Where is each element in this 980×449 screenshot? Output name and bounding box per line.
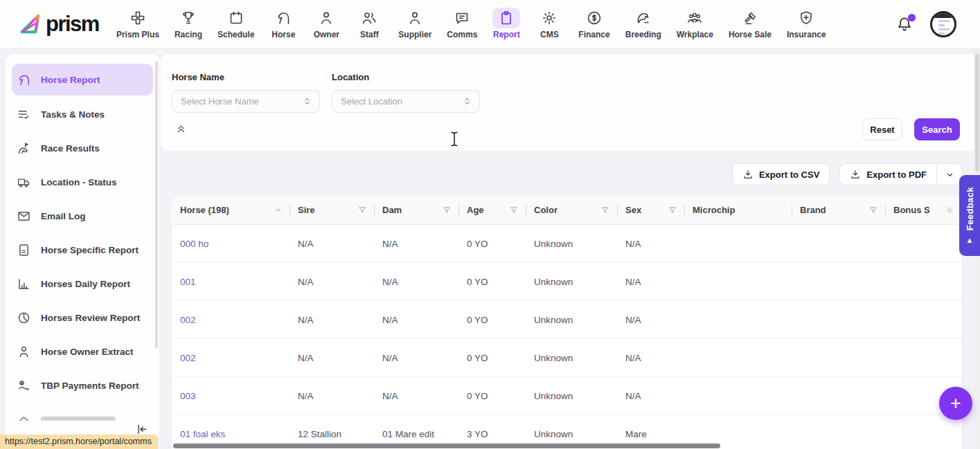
export-csv-button[interactable]: Export to CSV	[732, 163, 830, 185]
trophy-icon	[175, 8, 202, 28]
add-fab-button[interactable]: +	[939, 387, 972, 420]
column-header-color[interactable]: Color	[526, 196, 617, 224]
topbar-right	[896, 11, 980, 37]
horse-name-select[interactable]: Select Horse Name	[172, 90, 320, 113]
nav-item-prism-plus[interactable]: Prism Plus	[110, 5, 166, 44]
feedback-tab[interactable]: Feedback ▲	[959, 175, 980, 256]
location-placeholder: Select Location	[341, 96, 402, 107]
filter-panel: Horse Name Select Horse Name Location Se…	[161, 54, 980, 151]
bar-chart-icon	[17, 277, 31, 291]
chevron-up-icon	[17, 412, 31, 421]
shield-plus-icon	[792, 8, 820, 28]
nav-item-supplier[interactable]: Supplier	[392, 5, 438, 44]
table-row[interactable]: 002 N/A N/A 0 YO Unknown N/A	[172, 339, 961, 377]
filter-funnel-icon[interactable]	[357, 205, 367, 215]
nav-item-horse-sale[interactable]: Horse Sale	[722, 5, 778, 44]
gavel-icon	[736, 8, 764, 28]
download-icon	[742, 169, 754, 180]
sidebar-item-horse-specific-report[interactable]: Horse Specific Report	[6, 233, 159, 267]
sidebar-item-horses-review-report[interactable]: Horses Review Report	[6, 301, 159, 335]
table-row[interactable]: 003 N/A N/A 0 YO Unknown N/A	[172, 377, 961, 415]
column-settings-gear-icon[interactable]	[945, 205, 954, 215]
nav-item-horse[interactable]: Horse	[263, 5, 303, 44]
horse-link[interactable]: 002	[172, 339, 289, 376]
person-icon	[17, 345, 31, 359]
envelope-icon	[17, 209, 31, 223]
sidebar-item-email-log[interactable]: Email Log	[6, 199, 159, 233]
nav-item-breeding[interactable]: Breeding	[619, 5, 668, 44]
sidebar-item-race-results[interactable]: Race Results	[6, 131, 159, 165]
nav-item-staff[interactable]: Staff	[349, 5, 389, 44]
export-pdf-button[interactable]: Export to PDF	[839, 163, 936, 185]
collapse-filters-icon[interactable]	[176, 124, 186, 134]
table-header-row: Horse (198) Sire Dam Age Color Sex Micro…	[172, 196, 961, 225]
document-icon	[17, 243, 31, 257]
dollar-circle-icon	[580, 8, 608, 28]
top-navigation-bar: prism Prism Plus Racing Schedule Horse O…	[0, 0, 980, 48]
filter-funnel-icon[interactable]	[442, 205, 452, 215]
nav-item-insurance[interactable]: Insurance	[781, 5, 832, 44]
nav-item-finance[interactable]: Finance	[572, 5, 616, 44]
updown-chevron-icon	[302, 96, 312, 107]
column-header-bonus[interactable]: Bonus S	[885, 196, 961, 224]
medical-plus-icon	[124, 8, 152, 28]
sidebar-item-truncated[interactable]	[6, 403, 159, 421]
sidebar-scrollbar-thumb[interactable]	[155, 61, 158, 348]
column-header-sex[interactable]: Sex	[617, 196, 684, 224]
horses-table: Horse (198) Sire Dam Age Color Sex Micro…	[172, 196, 961, 449]
filter-funnel-icon[interactable]	[868, 205, 878, 215]
column-header-brand[interactable]: Brand	[792, 196, 885, 224]
sidebar-item-tbp-payments-report[interactable]: TBP Payments Report	[6, 369, 159, 403]
sidebar-item-horse-owner-extract[interactable]: Horse Owner Extract	[6, 335, 159, 369]
horse-icon	[630, 8, 657, 28]
nav-item-wrkplace[interactable]: Wrkplace	[670, 5, 720, 44]
race-horse-icon	[17, 141, 31, 156]
horse-link[interactable]: 002	[172, 301, 289, 338]
sidebar-item-horses-daily-report[interactable]: Horses Daily Report	[6, 267, 159, 301]
location-select[interactable]: Select Location	[332, 90, 480, 113]
sidebar-item-horse-report[interactable]: Horse Report	[12, 64, 153, 95]
person-icon	[312, 8, 340, 28]
column-header-sire[interactable]: Sire	[289, 196, 374, 224]
column-header-age[interactable]: Age	[458, 196, 526, 224]
sidebar-item-tasks-notes[interactable]: Tasks & Notes	[6, 98, 159, 131]
download-icon	[850, 169, 861, 180]
filter-funnel-icon[interactable]	[600, 205, 610, 215]
table-row[interactable]: 001 N/A N/A 0 YO Unknown N/A	[172, 263, 961, 301]
sidebar-item-location-status[interactable]: Location - Status	[6, 165, 159, 199]
gear-icon	[535, 8, 563, 28]
horse-link[interactable]: 000 ho	[172, 225, 289, 262]
main-nav: Prism Plus Racing Schedule Horse Owner S…	[110, 5, 832, 44]
horse-link[interactable]: 001	[172, 263, 289, 300]
column-header-microchip[interactable]: Microchip	[684, 196, 792, 224]
prism-logo[interactable]: prism	[0, 12, 110, 37]
horse-link[interactable]: 003	[172, 377, 289, 414]
reset-button[interactable]: Reset	[862, 118, 902, 140]
filter-funnel-icon[interactable]	[668, 205, 677, 215]
sort-asc-icon[interactable]	[274, 206, 283, 214]
export-toolbar: Export to CSV Export to PDF	[732, 163, 963, 185]
horse-name-placeholder: Select Horse Name	[181, 96, 259, 107]
column-header-dam[interactable]: Dam	[374, 196, 458, 224]
task-list-icon	[17, 107, 31, 122]
table-row[interactable]: 002 N/A N/A 0 YO Unknown N/A	[172, 301, 961, 339]
table-row[interactable]: 000 ho N/A N/A 0 YO Unknown N/A	[172, 225, 961, 263]
column-header-horse[interactable]: Horse (198)	[172, 196, 289, 224]
nav-item-comms[interactable]: Comms	[440, 5, 483, 44]
notification-badge-dot	[908, 14, 916, 21]
notifications-bell-icon[interactable]	[896, 15, 914, 33]
people-icon	[355, 8, 383, 28]
nav-item-schedule[interactable]: Schedule	[211, 5, 260, 44]
nav-item-cms[interactable]: CMS	[529, 5, 569, 44]
nav-item-racing[interactable]: Racing	[168, 5, 208, 44]
logo-wordmark: prism	[46, 12, 99, 37]
search-button[interactable]: Search	[914, 118, 960, 140]
nav-item-owner[interactable]: Owner	[306, 5, 346, 44]
page-scrollbar-thumb[interactable]	[975, 54, 979, 172]
filter-funnel-icon[interactable]	[509, 205, 519, 215]
user-avatar[interactable]	[930, 11, 956, 37]
sidebar: Horse Report Tasks & Notes Race Results …	[6, 54, 159, 443]
horizontal-scrollbar-thumb[interactable]	[173, 443, 720, 448]
clipboard-icon	[492, 8, 520, 28]
nav-item-report[interactable]: Report	[486, 5, 526, 44]
